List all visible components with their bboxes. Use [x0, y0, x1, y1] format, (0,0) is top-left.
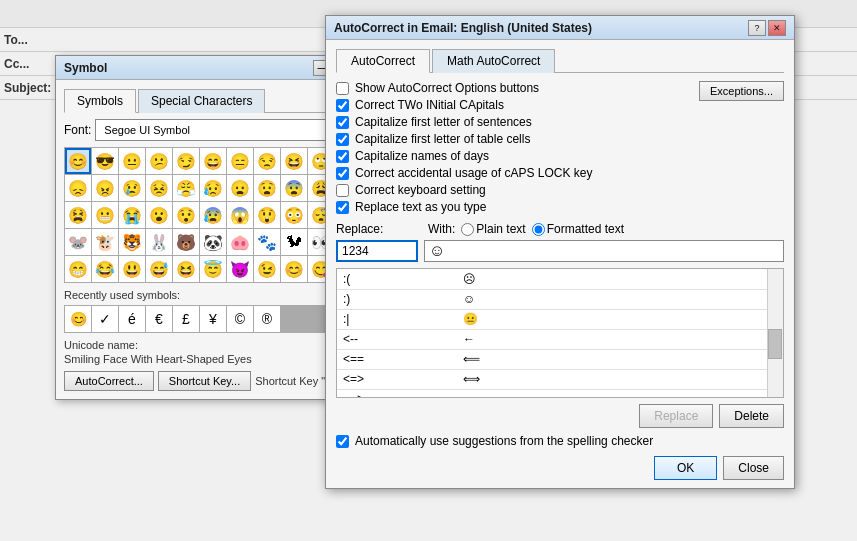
first-sentence-checkbox[interactable]	[336, 116, 349, 129]
ac-question-button[interactable]: ?	[748, 20, 766, 36]
replace-text-label: Replace text as you type	[355, 200, 486, 214]
symbol-cell[interactable]: 🐽	[227, 229, 253, 255]
recent-cell[interactable]: 😊	[65, 306, 91, 332]
font-select[interactable]: Segoe UI Symbol	[95, 119, 347, 141]
symbol-cell[interactable]: 😕	[146, 148, 172, 174]
exceptions-button[interactable]: Exceptions...	[699, 81, 784, 101]
symbol-cell[interactable]: 🐯	[119, 229, 145, 255]
symbol-cell[interactable]: 🐾	[254, 229, 280, 255]
caps-lock-checkbox[interactable]	[336, 167, 349, 180]
symbol-cell[interactable]: 😢	[119, 175, 145, 201]
symbol-cell[interactable]: 😈	[227, 256, 253, 282]
symbol-cell[interactable]: 😏	[173, 148, 199, 174]
auto-suggest-checkbox[interactable]	[336, 435, 349, 448]
table-row[interactable]: :( ☹	[337, 269, 783, 289]
ac-close-titlebar-button[interactable]: ✕	[768, 20, 786, 36]
formatted-text-radio[interactable]	[532, 223, 545, 236]
table-row[interactable]: :| 😐	[337, 309, 783, 329]
symbol-cell[interactable]: 😇	[200, 256, 226, 282]
table-row[interactable]: <=> ⟺	[337, 369, 783, 389]
recent-cell[interactable]: é	[119, 306, 145, 332]
table-row[interactable]: :) ☺	[337, 289, 783, 309]
symbol-cell[interactable]: 🐼	[200, 229, 226, 255]
symbol-cell[interactable]: 😬	[92, 202, 118, 228]
symbol-cell[interactable]: 😳	[281, 202, 307, 228]
symbol-cell[interactable]: 😎	[92, 148, 118, 174]
symbol-cell[interactable]: 😉	[254, 256, 280, 282]
table-with-cell: →	[457, 389, 783, 398]
symbol-cell[interactable]: 😱	[227, 202, 253, 228]
autocorrect-dialog: AutoCorrect in Email: English (United St…	[325, 15, 795, 489]
font-label: Font:	[64, 123, 91, 137]
two-initials-checkbox[interactable]	[336, 99, 349, 112]
table-replace-cell: <==	[337, 349, 457, 369]
symbol-cell[interactable]: 😨	[281, 175, 307, 201]
scrollbar-thumb[interactable]	[768, 329, 782, 359]
table-row[interactable]: ==> →	[337, 389, 783, 398]
replace-button[interactable]: Replace	[639, 404, 713, 428]
symbol-cell[interactable]: 😦	[227, 175, 253, 201]
replace-input[interactable]	[336, 240, 418, 262]
symbol-cell[interactable]: 😆	[173, 256, 199, 282]
symbol-cell[interactable]: 😃	[119, 256, 145, 282]
symbol-cell[interactable]: 😂	[92, 256, 118, 282]
tab-symbols[interactable]: Symbols	[64, 89, 136, 113]
tab-special-characters[interactable]: Special Characters	[138, 89, 265, 113]
symbol-cell[interactable]: 😊	[281, 256, 307, 282]
with-header-label: With:	[428, 222, 455, 236]
recent-cell[interactable]: ¥	[200, 306, 226, 332]
symbol-cell[interactable]: 😆	[281, 148, 307, 174]
symbol-cell[interactable]: 😒	[254, 148, 280, 174]
tab-autocorrect[interactable]: AutoCorrect	[336, 49, 430, 73]
symbol-cell[interactable]: 😥	[200, 175, 226, 201]
names-of-days-checkbox[interactable]	[336, 150, 349, 163]
symbol-cell[interactable]: 😰	[200, 202, 226, 228]
table-scrollbar[interactable]	[767, 269, 783, 397]
table-with-cell: ←	[457, 329, 783, 349]
keyboard-checkbox[interactable]	[336, 184, 349, 197]
tab-math-autocorrect[interactable]: Math AutoCorrect	[432, 49, 555, 73]
symbol-cell[interactable]: 😄	[200, 148, 226, 174]
symbol-cell[interactable]: 😊	[65, 148, 91, 174]
symbol-cell[interactable]: 🐻	[173, 229, 199, 255]
recent-cell[interactable]: ©	[227, 306, 253, 332]
with-input[interactable]	[424, 240, 784, 262]
close-button[interactable]: Close	[723, 456, 784, 480]
recent-cell[interactable]: ®	[254, 306, 280, 332]
symbol-cell[interactable]: 😐	[119, 148, 145, 174]
table-cells-checkbox[interactable]	[336, 133, 349, 146]
table-replace-cell: :)	[337, 289, 457, 309]
names-of-days-label: Capitalize names of days	[355, 149, 489, 163]
symbol-cell[interactable]: 😅	[146, 256, 172, 282]
table-row[interactable]: <== ⟸	[337, 349, 783, 369]
recent-cell[interactable]: ✓	[92, 306, 118, 332]
replace-text-checkbox[interactable]	[336, 201, 349, 214]
recent-cell[interactable]: €	[146, 306, 172, 332]
symbol-cell[interactable]: 😭	[119, 202, 145, 228]
symbol-cell[interactable]: 😧	[254, 175, 280, 201]
plain-text-radio[interactable]	[461, 223, 474, 236]
symbol-cell[interactable]: 🐿	[281, 229, 307, 255]
symbol-cell[interactable]: 😑	[227, 148, 253, 174]
symbol-cell[interactable]: 😮	[146, 202, 172, 228]
symbol-cell[interactable]: 🐰	[146, 229, 172, 255]
symbol-cell[interactable]: 😁	[65, 256, 91, 282]
symbol-cell[interactable]: 😤	[173, 175, 199, 201]
autocorrect-button[interactable]: AutoCorrect...	[64, 371, 154, 391]
autocorrect-titlebar-buttons: ? ✕	[748, 20, 786, 36]
symbol-cell[interactable]: 🐭	[65, 229, 91, 255]
symbol-cell[interactable]: 😠	[92, 175, 118, 201]
delete-button[interactable]: Delete	[719, 404, 784, 428]
symbol-cell[interactable]: 😫	[65, 202, 91, 228]
shortcut-key-button[interactable]: Shortcut Key...	[158, 371, 251, 391]
symbol-cell[interactable]: 😯	[173, 202, 199, 228]
show-options-checkbox[interactable]	[336, 82, 349, 95]
ok-button[interactable]: OK	[654, 456, 717, 480]
symbol-cell[interactable]: 😲	[254, 202, 280, 228]
symbol-cell[interactable]: 😣	[146, 175, 172, 201]
symbol-cell[interactable]: 🐮	[92, 229, 118, 255]
recent-cell[interactable]: £	[173, 306, 199, 332]
table-row[interactable]: <-- ←	[337, 329, 783, 349]
symbol-cell[interactable]: 😞	[65, 175, 91, 201]
table-cells-label: Capitalize first letter of table cells	[355, 132, 530, 146]
